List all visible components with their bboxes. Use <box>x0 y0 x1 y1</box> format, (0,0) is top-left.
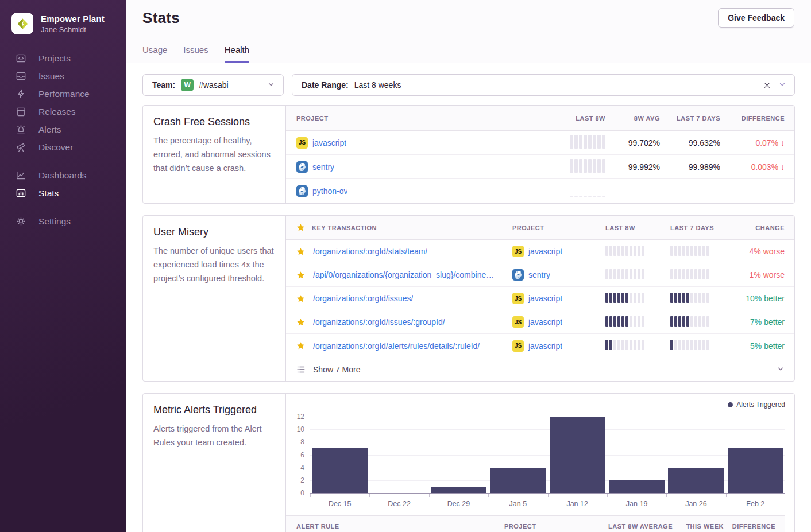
app-root: Empower Plant Jane Schmidt ProjectsIssue… <box>0 0 811 532</box>
empower-plant-logo-icon <box>17 18 29 30</box>
spark-bar <box>630 293 632 303</box>
project-link[interactable]: javascript <box>312 138 346 147</box>
sidebar-item-label: Dashboards <box>38 170 87 181</box>
sidebar-item-releases[interactable]: Releases <box>0 103 126 121</box>
key-transaction-star-icon[interactable] <box>296 341 305 350</box>
spark-bar <box>674 293 677 303</box>
transaction-link[interactable]: /organizations/:orgId/issues/:groupId/ <box>313 317 445 327</box>
key-transaction-cell: /organizations/:orgId/issues/ <box>296 294 512 303</box>
8w-avg-cell: – <box>605 187 660 196</box>
spark-bar <box>638 293 640 303</box>
key-transaction-star-icon[interactable] <box>296 318 305 327</box>
sidebar-item-issues[interactable]: Issues <box>0 67 126 85</box>
y-axis-tick-label: 8 <box>284 438 304 446</box>
change-cell: 4% worse <box>745 247 785 256</box>
give-feedback-button[interactable]: Give Feedback <box>718 8 794 28</box>
javascript-platform-icon: JS <box>296 137 308 149</box>
change-cell: 5% better <box>745 341 785 351</box>
column-header-last-8w-average: LAST 8W AVERAGE <box>608 523 670 530</box>
spark-bar <box>638 316 640 327</box>
clear-date-range-icon[interactable] <box>761 79 773 91</box>
last-8w-sparkline-cell <box>605 269 670 281</box>
tab-issues[interactable]: Issues <box>183 45 208 63</box>
org-switcher[interactable]: Empower Plant Jane Schmidt <box>0 0 126 34</box>
project-link[interactable]: sentry <box>312 162 334 172</box>
project-link[interactable]: sentry <box>528 270 550 279</box>
last-7-days-cell: 99.632% <box>660 138 720 147</box>
sidebar-item-projects[interactable]: Projects <box>0 49 126 67</box>
spark-bar <box>609 269 612 279</box>
spark-bar <box>613 340 616 350</box>
difference-value: – <box>780 187 785 196</box>
chevron-down-icon <box>778 80 786 90</box>
sidebar-item-settings[interactable]: Settings <box>0 212 126 230</box>
project-link[interactable]: python-ov <box>312 187 347 196</box>
key-transaction-star-icon[interactable] <box>296 294 305 303</box>
date-range-select[interactable]: Date Range: Last 8 weeks <box>292 74 795 96</box>
user-name: Jane Schmidt <box>41 25 105 34</box>
spark-bar <box>706 340 709 350</box>
project-link[interactable]: javascript <box>528 341 562 351</box>
spark-bar <box>698 246 701 256</box>
spark-bar <box>593 159 596 173</box>
project-link[interactable]: javascript <box>528 317 562 327</box>
sidebar-item-performance[interactable]: Performance <box>0 85 126 103</box>
tabs: UsageIssuesHealth <box>142 45 249 63</box>
team-select[interactable]: Team: W #wasabi <box>142 74 284 96</box>
column-header-last-8w: LAST 8W <box>605 224 670 231</box>
spark-bar <box>698 269 701 279</box>
sparkline <box>605 246 644 256</box>
transaction-link[interactable]: /api/0/organizations/{organization_slug}… <box>313 270 494 279</box>
spark-bar <box>670 293 673 303</box>
javascript-platform-icon: JS <box>512 340 524 352</box>
tab-health[interactable]: Health <box>225 45 249 63</box>
transaction-link[interactable]: /organizations/:orgId/issues/ <box>313 294 413 303</box>
tab-usage[interactable]: Usage <box>142 45 167 63</box>
spark-bar <box>630 269 632 279</box>
user-misery-description-panel: User Misery The number of unique users t… <box>143 216 286 381</box>
sidebar-item-stats[interactable]: Stats <box>0 184 126 202</box>
key-transaction-star-icon[interactable] <box>296 271 305 279</box>
crash-free-table: PROJECTLAST 8W8W AVGLAST 7 DAYSDIFFERENC… <box>286 106 794 203</box>
project-cell: JSjavascript <box>512 316 605 328</box>
difference-cell: 0.003% ↓ <box>720 162 785 172</box>
sidebar-item-label: Releases <box>38 107 76 117</box>
column-header-alert-rule: ALERT RULE <box>296 523 504 530</box>
sidebar-item-discover[interactable]: Discover <box>0 138 126 156</box>
column-header-last-7-days: LAST 7 DAYS <box>670 224 745 231</box>
sidebar-item-alerts[interactable]: Alerts <box>0 121 126 138</box>
sidebar-item-label: Discover <box>38 142 73 153</box>
legend-series-label: Alerts Triggered <box>736 401 785 409</box>
spark-bar <box>609 246 612 256</box>
sparkline <box>670 269 709 279</box>
key-transaction-star-icon[interactable] <box>296 247 305 256</box>
star-icon <box>296 223 305 232</box>
javascript-platform-icon: JS <box>512 293 524 304</box>
spark-bar <box>570 196 573 197</box>
sidebar-item-dashboards[interactable]: Dashboards <box>0 166 126 184</box>
transaction-link[interactable]: /organizations/:orgId/stats/team/ <box>313 247 427 256</box>
date-range-value: Last 8 weeks <box>354 80 401 90</box>
8w-avg-cell: 99.992% <box>605 162 660 172</box>
bar-dec-29 <box>431 487 486 493</box>
spark-bar <box>593 196 596 197</box>
metric-alerts-description-panel: Metric Alerts Triggered Alerts triggered… <box>143 394 286 532</box>
alerts-icon <box>16 124 26 135</box>
project-link[interactable]: javascript <box>528 247 562 256</box>
show-more-row[interactable]: Show 7 More <box>286 358 794 381</box>
user-misery-card: User Misery The number of unique users t… <box>142 215 795 382</box>
spark-bar <box>574 196 578 197</box>
spark-bar <box>634 316 636 327</box>
spark-bar <box>625 316 628 327</box>
spark-bar <box>605 269 608 279</box>
spark-bar <box>584 196 587 197</box>
spark-bar <box>702 246 705 256</box>
spark-bar <box>638 269 640 279</box>
sidebar-nav: ProjectsIssuesPerformanceReleasesAlertsD… <box>0 49 126 230</box>
spark-bar <box>678 316 681 327</box>
spark-bar <box>634 293 636 303</box>
project-link[interactable]: javascript <box>528 294 562 303</box>
spark-bar <box>706 316 709 327</box>
x-axis-label-jan-12: Jan 12 <box>566 500 588 508</box>
transaction-link[interactable]: /organizations/:orgId/alerts/rules/detai… <box>313 341 480 351</box>
